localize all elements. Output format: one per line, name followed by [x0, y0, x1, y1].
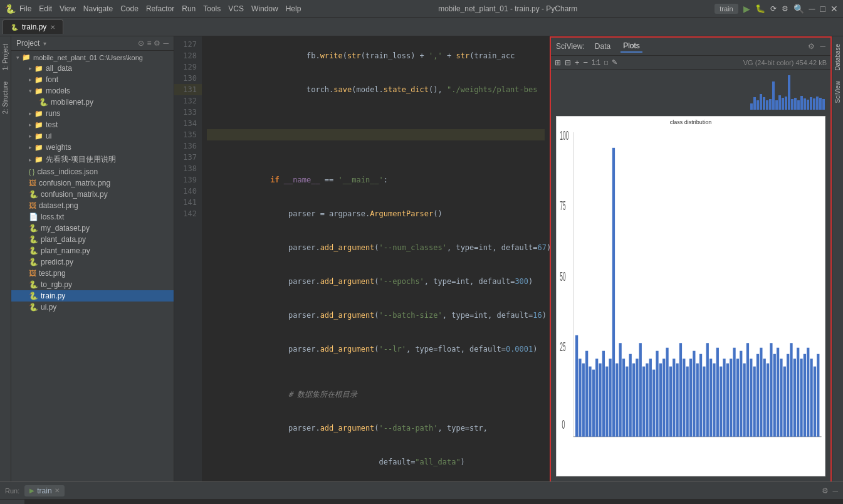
- tree-item-my-dataset[interactable]: 🐍 my_dataset.py: [11, 223, 174, 234]
- sciview-table-icon[interactable]: ⊟: [565, 58, 571, 67]
- menu-help[interactable]: Help: [286, 4, 301, 13]
- debug-button[interactable]: 🐛: [755, 4, 765, 13]
- tree-item-test-png[interactable]: 🖼 test.png: [11, 268, 174, 279]
- bottom-panel: Run: ▶ train ✕ ⚙ ─ ⟳ ■ 📌 ≡ ⤓ 🖨 🗑 D: [0, 481, 843, 504]
- tree-item-plant-name[interactable]: 🐍 plant_name.py: [11, 245, 174, 256]
- menu-edit[interactable]: Edit: [39, 4, 52, 13]
- sciview-tab-plots[interactable]: Plots: [620, 40, 642, 53]
- menu-run[interactable]: Run: [182, 4, 196, 13]
- tree-item-confusion-png[interactable]: 🖼 confusion_matrix.png: [11, 177, 174, 189]
- code-editor[interactable]: 127128129130 131 132133134135 1361371381…: [174, 36, 550, 481]
- tree-item-mobilenet[interactable]: 🐍 mobilenet.py: [11, 97, 174, 108]
- tree-item-weights[interactable]: ▸ 📁 weights: [11, 142, 174, 153]
- run-sidebar: ⟳ ■ 📌 ≡ ⤓ 🖨 🗑: [0, 500, 25, 504]
- run-button[interactable]: ▶: [743, 4, 750, 14]
- menu-navigate[interactable]: Navigate: [83, 4, 113, 13]
- sciview-zoom-in-icon[interactable]: +: [575, 58, 580, 67]
- menu-code[interactable]: Code: [120, 4, 139, 13]
- toolbar-btn-1[interactable]: ⟳: [770, 4, 777, 13]
- tree-item-predict[interactable]: 🐍 predict.py: [11, 256, 174, 268]
- sciview-settings-icon[interactable]: ⚙: [808, 42, 815, 51]
- svg-rect-52: [646, 364, 648, 437]
- tree-item-models[interactable]: ▾ 📁 models: [11, 85, 174, 97]
- menu-refactor[interactable]: Refactor: [146, 4, 174, 13]
- sciview-edit-icon[interactable]: ✎: [612, 58, 617, 66]
- search-everywhere-btn[interactable]: 🔍: [793, 4, 804, 14]
- svg-rect-42: [612, 148, 615, 437]
- right-tab-database[interactable]: Database: [833, 39, 842, 76]
- menu-file[interactable]: File: [19, 4, 31, 13]
- top-content: 1: Project 2: Structure Project ▾ ⊙ ≡ ⚙ …: [0, 36, 843, 481]
- tab-train-py[interactable]: 🐍 train.py ✕: [3, 19, 63, 34]
- left-side-tabs: 1: Project 2: Structure: [0, 36, 11, 481]
- code-content[interactable]: fb.write(str(train_loss) + ',' + str(tra…: [202, 36, 550, 481]
- menu-window[interactable]: Window: [251, 4, 278, 13]
- tree-item-dataset-png[interactable]: 🖼 dataset.png: [11, 200, 174, 211]
- sidebar-icons: ⊙ ≡ ⚙ ─: [138, 39, 169, 48]
- tree-item-all-data[interactable]: ▸ 📁 all_data: [11, 63, 174, 74]
- py-icon: 🐍: [29, 246, 38, 255]
- sidebar-collapse-icon[interactable]: ─: [163, 39, 169, 48]
- menu-tools[interactable]: Tools: [203, 4, 221, 13]
- sciview-zoom-out-icon[interactable]: −: [584, 58, 589, 67]
- menu-vcs[interactable]: VCS: [228, 4, 244, 13]
- run-tab-close[interactable]: ✕: [55, 487, 60, 494]
- tree-item-confusion-py[interactable]: 🐍 confusion_matrix.py: [11, 189, 174, 200]
- sciview-close-icon[interactable]: ─: [820, 42, 825, 51]
- tree-item-font[interactable]: ▸ 📁 font: [11, 74, 174, 85]
- run-tab-active[interactable]: ▶ train ✕: [24, 485, 64, 496]
- sidebar-sync-icon[interactable]: ⊙: [138, 39, 144, 48]
- code-line-136: parser.add_argument('--epochs', type=int…: [207, 265, 545, 298]
- console-output[interactable]: D:\Anaconda3\envs\torch\python.exe C:/Us…: [25, 500, 843, 504]
- tree-item-runs[interactable]: ▸ 📁 runs: [11, 108, 174, 119]
- tree-item-test[interactable]: ▸ 📁 test: [11, 119, 174, 130]
- close-button[interactable]: ✕: [830, 4, 838, 14]
- tree-item-ui-py[interactable]: 🐍 ui.py: [11, 302, 174, 313]
- tree-label: runs: [46, 109, 60, 118]
- tree-item-train[interactable]: 🐍 train.py: [11, 290, 174, 302]
- tree-item-readme[interactable]: ▸ 📁 先看我-项目使用说明: [11, 153, 174, 166]
- minimize-button[interactable]: ─: [809, 4, 815, 14]
- svg-rect-51: [642, 367, 645, 437]
- title-bar: 🐍 File Edit View Navigate Code Refactor …: [0, 0, 843, 18]
- svg-rect-36: [592, 370, 595, 437]
- tree-item-ui[interactable]: ▸ 📁 ui: [11, 130, 174, 142]
- run-panel-collapse-icon[interactable]: ─: [832, 486, 838, 495]
- tree-item-class-indices[interactable]: { } class_indices.json: [11, 166, 174, 177]
- svg-rect-38: [599, 364, 601, 437]
- sidebar-tab-project[interactable]: 1: Project: [1, 39, 10, 75]
- svg-rect-94: [787, 354, 789, 437]
- sidebar-tab-structure[interactable]: 2: Structure: [1, 76, 10, 119]
- folder-icon: 📁: [34, 155, 43, 164]
- tree-item-loss-txt[interactable]: 📄 loss.txt: [11, 211, 174, 223]
- tree-label: class_indices.json: [37, 167, 98, 176]
- sciview-fit-icon[interactable]: □: [604, 59, 608, 66]
- menu-view[interactable]: View: [60, 4, 76, 13]
- tree-item-root[interactable]: ▾ 📁 mobile_net_plant_01 C:\Users\kong: [11, 52, 174, 63]
- code-area[interactable]: 127128129130 131 132133134135 1361371381…: [174, 36, 550, 481]
- window-controls[interactable]: ─ □ ✕: [809, 4, 838, 14]
- svg-rect-32: [579, 359, 581, 437]
- code-line-127: fb.write(str(train_loss) + ',' + str(tra…: [207, 39, 545, 73]
- right-tab-sciview[interactable]: SciView: [833, 76, 842, 108]
- svg-rect-47: [629, 354, 632, 437]
- sciview-tab-data[interactable]: Data: [592, 41, 613, 52]
- py-icon: 🐍: [29, 280, 38, 289]
- tab-close-icon[interactable]: ✕: [50, 24, 55, 31]
- sciview-zoom-reset-btn[interactable]: 1:1: [592, 59, 600, 66]
- run-config-selector[interactable]: train: [715, 4, 738, 14]
- menu-bar[interactable]: File Edit View Navigate Code Refactor Ru…: [19, 4, 301, 13]
- sidebar-gear-icon[interactable]: ≡: [147, 39, 151, 48]
- tree-item-plant-data[interactable]: 🐍 plant_data.py: [11, 234, 174, 245]
- sidebar-settings-icon[interactable]: ⚙: [154, 39, 160, 48]
- svg-rect-100: [807, 348, 809, 437]
- code-line-133: ▶ if __name__ == '__main__':: [207, 152, 545, 197]
- toolbar-btn-2[interactable]: ⚙: [782, 4, 788, 13]
- maximize-button[interactable]: □: [820, 4, 825, 14]
- run-panel-settings-icon[interactable]: ⚙: [822, 486, 829, 495]
- sciview-grid-icon[interactable]: ⊞: [555, 58, 561, 67]
- tree-item-to-rgb[interactable]: 🐍 to_rgb.py: [11, 279, 174, 290]
- arrow-icon: ▸: [29, 76, 32, 83]
- code-line-131: [207, 129, 545, 140]
- svg-rect-14: [794, 98, 797, 110]
